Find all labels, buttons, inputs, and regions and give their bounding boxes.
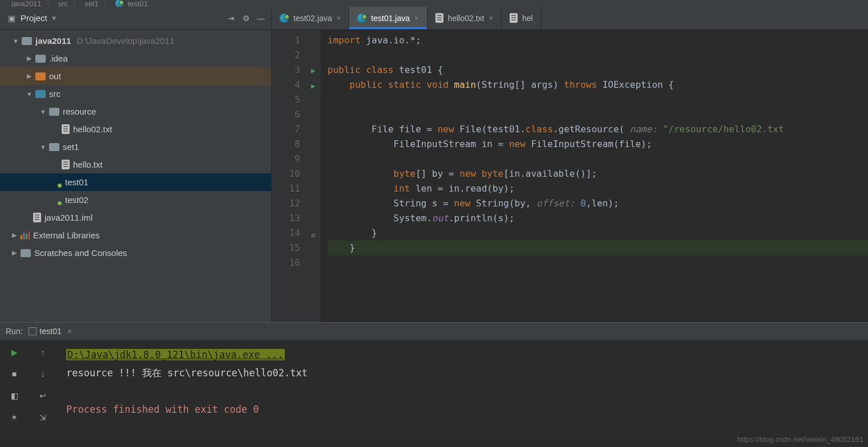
tree-folder-src[interactable]: ▼ src xyxy=(0,85,271,103)
hide-tool-window-icon[interactable]: — xyxy=(255,13,267,24)
editor-tab-2[interactable]: hello02.txt× xyxy=(427,7,502,29)
down-icon[interactable]: ↓ xyxy=(37,368,49,380)
editor-tabs: test02.java×test01.java×hello02.txt×hel xyxy=(272,7,868,30)
close-icon[interactable]: × xyxy=(337,14,341,22)
editor-tab-1[interactable]: test01.java× xyxy=(349,7,427,29)
settings-icon[interactable]: ✶ xyxy=(9,412,20,423)
java-class-icon xyxy=(280,14,289,23)
text-file-icon xyxy=(62,124,70,134)
text-file-icon xyxy=(510,13,518,23)
up-icon[interactable]: ↑ xyxy=(37,347,49,358)
console-command[interactable]: D:\Java\jdk1.8.0_121\bin\java.exe ... xyxy=(66,349,285,360)
tree-root[interactable]: ▼ java2011 D:\JavaDevelop\java2011 xyxy=(0,32,271,50)
tree-package-set1[interactable]: ▼ set1 xyxy=(0,138,271,156)
run-header: Run: test01 × xyxy=(0,323,868,340)
libraries-icon xyxy=(21,231,30,239)
tab-label: test01.java xyxy=(371,14,410,23)
tree-folder-resource[interactable]: ▼ resource xyxy=(0,103,271,120)
run-config-tab[interactable]: test01 × xyxy=(29,327,72,336)
tree-file-hellotxt[interactable]: hello.txt xyxy=(0,156,271,173)
console-output: resource !!! 我在 src\resource\hello02.txt xyxy=(66,364,859,382)
tree-file-iml[interactable]: java2011.iml xyxy=(0,209,271,226)
settings-gear-icon[interactable]: ⚙ xyxy=(240,13,252,24)
soft-wrap-icon[interactable]: ↩ xyxy=(37,390,49,401)
tree-class-test02[interactable]: test02 xyxy=(0,191,271,209)
code-area[interactable]: import java.io.*; public class test01 { … xyxy=(321,30,868,322)
run-tool-window: Run: test01 × ▶ ■ ◧ ✶ ↑ ↓ ↩ ⇲ D:\Java\jd… xyxy=(0,322,868,447)
project-tool-window: ▣ Project ▼ ⇥ ⚙ — ▼ java2011 D:\JavaDeve… xyxy=(0,7,272,322)
tree-file-hello02[interactable]: hello02.txt xyxy=(0,120,271,138)
project-title[interactable]: Project ▼ xyxy=(21,13,58,23)
tab-label: test02.java xyxy=(293,14,332,23)
tree-class-test01[interactable]: test01 xyxy=(0,173,271,191)
tree-external-libraries[interactable]: ▶ External Libraries xyxy=(0,226,271,244)
tab-label: hello02.txt xyxy=(448,14,485,23)
java-class-icon xyxy=(115,0,123,7)
stop-icon[interactable]: ■ xyxy=(9,368,20,380)
tab-label: hel xyxy=(522,14,533,23)
project-tree[interactable]: ▼ java2011 D:\JavaDevelop\java2011 ▶ .id… xyxy=(0,30,271,322)
text-file-icon xyxy=(62,160,70,169)
close-icon[interactable]: × xyxy=(488,14,493,22)
close-icon[interactable]: × xyxy=(414,14,419,22)
project-header: ▣ Project ▼ ⇥ ⚙ — xyxy=(0,7,271,30)
project-view-icon[interactable]: ▣ xyxy=(6,13,17,24)
tree-scratches[interactable]: ▶ Scratches and Consoles xyxy=(0,244,271,262)
editor-tab-0[interactable]: test02.java× xyxy=(272,7,349,29)
run-console[interactable]: D:\Java\jdk1.8.0_121\bin\java.exe ... re… xyxy=(57,340,868,447)
code-editor[interactable]: 12345678910111213141516 ▶▶ ⊡ import java… xyxy=(272,30,868,322)
tree-folder-out[interactable]: ▶ out xyxy=(0,67,271,85)
watermark: https://blog.csdn.net/weixin_48052161 xyxy=(737,435,863,444)
scroll-to-end-icon[interactable]: ⇲ xyxy=(37,412,49,423)
scratches-icon xyxy=(21,249,31,257)
select-opened-file-icon[interactable]: ⇥ xyxy=(225,13,237,24)
iml-file-icon xyxy=(33,213,41,222)
dump-icon[interactable]: ◧ xyxy=(9,390,20,401)
run-toolbar: ▶ ■ ◧ ✶ ↑ ↓ ↩ ⇲ xyxy=(0,340,57,447)
java-class-icon xyxy=(357,14,366,23)
console-exit-line: Process finished with exit code 0 xyxy=(66,400,859,418)
text-file-icon xyxy=(435,13,443,23)
run-label: Run: xyxy=(6,327,23,336)
close-icon[interactable]: × xyxy=(67,327,72,336)
breadcrumb: java2011〉 src〉 set1〉 test01 xyxy=(0,0,868,7)
gutter-marks[interactable]: ▶▶ ⊡ xyxy=(306,30,321,322)
line-number-gutter: 12345678910111213141516 xyxy=(272,30,306,322)
editor-tab-3[interactable]: hel xyxy=(502,7,542,29)
rerun-icon[interactable]: ▶ xyxy=(9,347,20,358)
tree-folder-idea[interactable]: ▶ .idea xyxy=(0,50,271,67)
